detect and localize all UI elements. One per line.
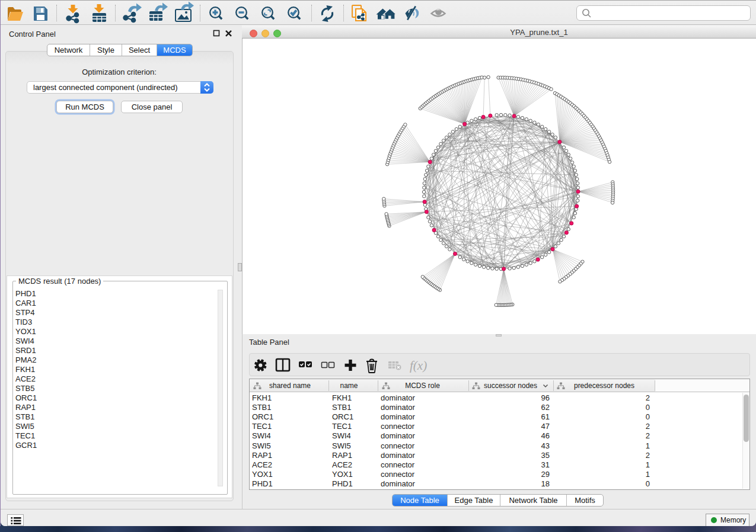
svg-text:f(x): f(x) <box>410 358 427 373</box>
